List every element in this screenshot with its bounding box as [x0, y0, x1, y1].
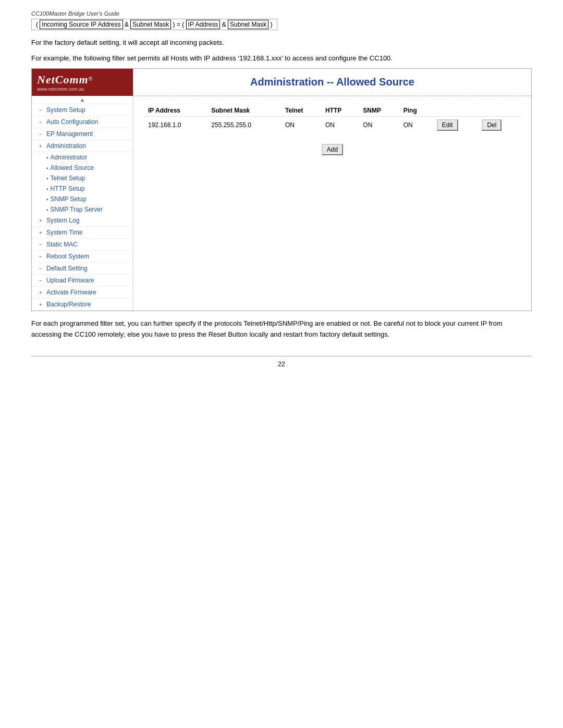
col-header-snmp: SNMP [359, 105, 399, 117]
paragraph-3: For each programmed filter set, you can … [31, 318, 532, 340]
sidebar-item-label-activate-firmware: Activate Firmware [46, 289, 96, 296]
allowed-source-table: IP Address Subnet Mask Telnet HTTP SNMP … [144, 105, 521, 133]
subitem-label-http-setup: HTTP Setup [51, 185, 85, 192]
edit-button[interactable]: Edit [437, 119, 458, 131]
sidebar-item-administration[interactable]: + Administration [32, 140, 133, 152]
sidebar-subitem-telnet-setup[interactable]: Telnet Setup [42, 173, 133, 183]
sidebar-item-label-system-time: System Time [46, 229, 82, 236]
sidebar-item-label-reboot-system: Reboot System [46, 253, 89, 260]
expand-icon-default-setting: − [39, 266, 44, 272]
sidebar-item-backup-restore[interactable]: + Backup/Restore [32, 299, 133, 311]
main-header: Administration -- Allowed Source [133, 69, 531, 96]
sidebar-item-static-mac[interactable]: − Static MAC [32, 239, 133, 251]
formula-incoming-src: Incoming Source IP Address [40, 20, 123, 29]
sidebar-item-label-upload-firmware: Upload Firmware [46, 277, 94, 284]
expand-icon-upload-firmware: − [39, 278, 44, 283]
sidebar-item-label-default-setting: Default Setting [46, 265, 88, 272]
sidebar-subitem-administrator[interactable]: Administrator [42, 152, 133, 163]
sidebar-item-upload-firmware[interactable]: − Upload Firmware [32, 275, 133, 287]
subitem-label-allowed-source: Allowed Source [51, 164, 94, 171]
main-body: IP Address Subnet Mask Telnet HTTP SNMP … [133, 96, 531, 167]
sidebar-item-default-setting[interactable]: − Default Setting [32, 263, 133, 275]
sidebar-item-system-log[interactable]: + System Log [32, 215, 133, 227]
formula-ip-address: IP Address [186, 20, 221, 29]
cell-subnet: 255.255.255.0 [207, 117, 281, 134]
page-rule [31, 356, 532, 356]
sidebar-item-system-time[interactable]: + System Time [32, 227, 133, 239]
sidebar-item-label-system-setup: System Setup [46, 106, 85, 114]
sidebar-subitem-snmp-trap-server[interactable]: SNMP Trap Server [42, 204, 133, 215]
sidebar-item-label-system-log: System Log [46, 217, 79, 224]
sidebar-item-reboot-system[interactable]: − Reboot System [32, 251, 133, 263]
expand-icon-reboot-system: − [39, 254, 44, 260]
document-title: CC100Master Bridge User's Guide [31, 10, 532, 17]
expand-icon-auto-config: − [39, 119, 44, 125]
col-header-edit [433, 105, 478, 117]
sidebar-item-ep-management[interactable]: − EP Management [32, 128, 133, 140]
col-header-subnet: Subnet Mask [207, 105, 281, 117]
expand-icon-system-time: + [39, 230, 44, 236]
sidebar-item-label-static-mac: Static MAC [46, 241, 78, 248]
page-number: 22 [31, 361, 532, 368]
col-header-http: HTTP [321, 105, 359, 117]
sidebar-logo: NetComm® www.netcomm.com.au [32, 69, 133, 96]
sidebar: NetComm® www.netcomm.com.au ▲ − System S… [32, 69, 133, 311]
subitem-label-administrator: Administrator [51, 154, 88, 161]
del-button[interactable]: Del [482, 119, 501, 131]
add-btn-row: Add [144, 141, 521, 158]
sidebar-item-label-backup-restore: Backup/Restore [46, 301, 91, 308]
ui-panel: NetComm® www.netcomm.com.au ▲ − System S… [31, 68, 532, 311]
expand-icon-system-log: + [39, 218, 44, 224]
sidebar-item-label-ep-management: EP Management [46, 130, 93, 138]
subitem-label-snmp-setup: SNMP Setup [51, 195, 87, 203]
logo-brand: NetComm [37, 73, 89, 86]
cell-snmp: ON [359, 117, 399, 134]
sidebar-submenu-administration: Administrator Allowed Source Telnet Setu… [32, 152, 133, 215]
logo-url: www.netcomm.com.au [37, 87, 84, 92]
cell-http: ON [321, 117, 359, 134]
sidebar-item-label-auto-config: Auto Configuration [46, 118, 98, 126]
logo-text: NetComm® [37, 73, 92, 87]
paragraph-2: For example, the following filter set pe… [31, 53, 532, 64]
formula-line: ( Incoming Source IP Address & Subnet Ma… [31, 19, 277, 30]
sidebar-item-auto-config[interactable]: − Auto Configuration [32, 116, 133, 128]
expand-icon-backup-restore: + [39, 302, 44, 307]
subitem-label-snmp-trap-server: SNMP Trap Server [51, 206, 103, 213]
cell-edit: Edit [433, 117, 478, 134]
sidebar-subitem-http-setup[interactable]: HTTP Setup [42, 183, 133, 194]
formula-subnet-mask-2: Subnet Mask [228, 20, 268, 29]
table-row: 192.168.1.0 255.255.255.0 ON ON ON ON Ed… [144, 117, 521, 134]
cell-telnet: ON [281, 117, 321, 134]
expand-icon-system-setup: − [39, 107, 44, 113]
expand-icon-administration: + [39, 143, 44, 149]
formula-subnet-mask-1: Subnet Mask [130, 20, 171, 29]
col-header-telnet: Telnet [281, 105, 321, 117]
sidebar-item-activate-firmware[interactable]: + Activate Firmware [32, 287, 133, 299]
sidebar-scroll-up[interactable]: ▲ [32, 96, 133, 104]
expand-icon-ep-management: − [39, 131, 44, 137]
cell-ip: 192.168.1.0 [144, 117, 207, 134]
expand-icon-activate-firmware: + [39, 290, 44, 295]
logo-trademark: ® [89, 76, 92, 82]
sidebar-subitem-snmp-setup[interactable]: SNMP Setup [42, 194, 133, 204]
col-header-ping: Ping [399, 105, 433, 117]
subitem-label-telnet-setup: Telnet Setup [51, 175, 85, 182]
col-header-ip: IP Address [144, 105, 207, 117]
sidebar-subitem-allowed-source[interactable]: Allowed Source [42, 163, 133, 173]
page-title: Administration -- Allowed Source [144, 76, 521, 88]
expand-icon-static-mac: − [39, 242, 44, 248]
cell-ping: ON [399, 117, 433, 134]
sidebar-item-label-administration: Administration [46, 142, 86, 150]
sidebar-item-system-setup[interactable]: − System Setup [32, 104, 133, 116]
main-content: Administration -- Allowed Source IP Addr… [133, 69, 531, 311]
col-header-del [478, 105, 521, 117]
paragraph-1: For the factory default setting, it will… [31, 38, 532, 48]
add-button[interactable]: Add [322, 144, 343, 155]
cell-del: Del [478, 117, 521, 134]
